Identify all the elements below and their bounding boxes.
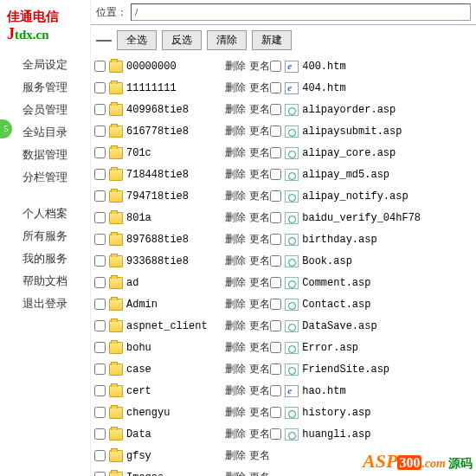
file-name[interactable]: chengyu [126,407,222,419]
rename-link[interactable]: 更名 [249,383,270,398]
row-checkbox[interactable] [94,363,106,375]
delete-link[interactable]: 删除 [225,124,246,138]
file-name[interactable]: bohu [126,342,222,354]
row-checkbox[interactable] [270,342,281,353]
rename-link[interactable]: 更名 [249,232,270,247]
delete-link[interactable]: 删除 [225,275,246,290]
file-name[interactable]: 801a [126,212,222,224]
file-name[interactable]: alipaysubmit.asp [302,125,473,138]
file-name[interactable]: baidu_verify_04hF78 [302,212,473,224]
row-checkbox[interactable] [270,212,281,223]
row-checkbox[interactable] [94,255,106,267]
row-checkbox[interactable] [94,125,106,137]
file-name[interactable]: 794718tie8 [126,190,222,203]
row-checkbox[interactable] [270,234,281,245]
row-checkbox[interactable] [94,147,106,158]
file-name[interactable]: huangli.asp [302,428,473,441]
row-checkbox[interactable] [94,342,106,353]
row-checkbox[interactable] [270,104,281,115]
file-name[interactable]: Admin [126,299,222,311]
rename-link[interactable]: 更名 [249,275,270,290]
nav-item[interactable]: 服务管理 [7,76,83,99]
row-checkbox[interactable] [270,407,281,418]
row-checkbox[interactable] [270,190,281,202]
file-name[interactable]: aspnet_client [126,320,222,332]
delete-link[interactable]: 删除 [225,189,246,203]
row-checkbox[interactable] [270,385,281,396]
row-checkbox[interactable] [270,169,281,180]
file-name[interactable]: Error.asp [302,342,473,354]
delete-link[interactable]: 删除 [225,297,246,312]
location-input[interactable] [131,3,471,21]
row-checkbox[interactable] [94,61,106,72]
row-checkbox[interactable] [94,299,106,310]
row-checkbox[interactable] [270,255,281,267]
row-checkbox[interactable] [94,407,106,418]
delete-link[interactable]: 删除 [225,405,246,420]
delete-link[interactable]: 删除 [225,145,246,160]
file-name[interactable]: alipay_md5.asp [302,169,473,181]
row-checkbox[interactable] [94,212,106,223]
rename-link[interactable]: 更名 [249,210,270,225]
nav-item[interactable]: 退出登录 [7,293,83,315]
file-name[interactable]: DataSave.asp [302,320,473,332]
nav-item[interactable]: 我的服务 [7,248,83,270]
rename-link[interactable]: 更名 [249,102,270,117]
file-name[interactable]: Contact.asp [302,299,473,311]
row-checkbox[interactable] [270,363,281,375]
file-name[interactable]: 11111111 [126,82,222,94]
row-checkbox[interactable] [94,82,106,93]
nav-item[interactable]: 分栏管理 [7,166,83,189]
file-name[interactable]: hao.htm [302,385,473,397]
row-checkbox[interactable] [94,104,106,115]
file-name[interactable]: 701c [126,147,222,159]
delete-link[interactable]: 删除 [225,232,246,247]
delete-link[interactable]: 删除 [225,318,246,333]
rename-link[interactable]: 更名 [249,145,270,160]
row-checkbox[interactable] [270,320,281,331]
rename-link[interactable]: 更名 [249,340,270,355]
invert-button[interactable]: 反选 [162,30,202,50]
file-name[interactable]: 718448tie8 [126,169,222,181]
rename-link[interactable]: 更名 [249,318,270,333]
file-name[interactable]: Images [126,472,222,477]
row-checkbox[interactable] [270,61,281,72]
file-name[interactable]: 400.htm [302,61,473,73]
delete-link[interactable]: 删除 [225,80,246,95]
file-name[interactable]: gfsy [126,450,222,462]
delete-link[interactable]: 删除 [225,210,246,225]
file-name[interactable]: alipayorder.asp [302,104,473,116]
file-name[interactable]: case [126,363,222,376]
row-checkbox[interactable] [270,147,281,158]
delete-link[interactable]: 删除 [225,448,246,463]
file-name[interactable]: Data [126,428,222,441]
delete-link[interactable]: 删除 [225,254,246,268]
nav-item[interactable]: 个人档案 [7,203,83,225]
file-name[interactable]: Book.asp [302,255,473,267]
file-name[interactable]: 00000000 [126,61,222,73]
file-name[interactable]: alipay_notify.asp [302,190,473,203]
rename-link[interactable]: 更名 [249,448,270,463]
nav-item[interactable]: 会员管理 [7,99,83,121]
delete-link[interactable]: 删除 [225,470,246,476]
file-name[interactable]: 409968tie8 [126,104,222,116]
rename-link[interactable]: 更名 [249,362,270,376]
delete-link[interactable]: 删除 [225,427,246,441]
file-name[interactable]: 897688tie8 [126,234,222,246]
row-checkbox[interactable] [94,277,106,288]
delete-link[interactable]: 删除 [225,362,246,376]
row-checkbox[interactable] [270,82,281,93]
row-checkbox[interactable] [270,428,281,440]
rename-link[interactable]: 更名 [249,189,270,203]
file-name[interactable]: birthday.asp [302,234,473,246]
rename-link[interactable]: 更名 [249,167,270,182]
row-checkbox[interactable] [94,472,106,476]
file-name[interactable]: ad [126,277,222,289]
file-name[interactable]: 933688tie8 [126,255,222,267]
rename-link[interactable]: 更名 [249,405,270,420]
rename-link[interactable]: 更名 [249,297,270,312]
file-name[interactable]: cert [126,385,222,397]
row-checkbox[interactable] [94,190,106,202]
file-name[interactable]: 616778tie8 [126,125,222,138]
row-checkbox[interactable] [270,125,281,137]
